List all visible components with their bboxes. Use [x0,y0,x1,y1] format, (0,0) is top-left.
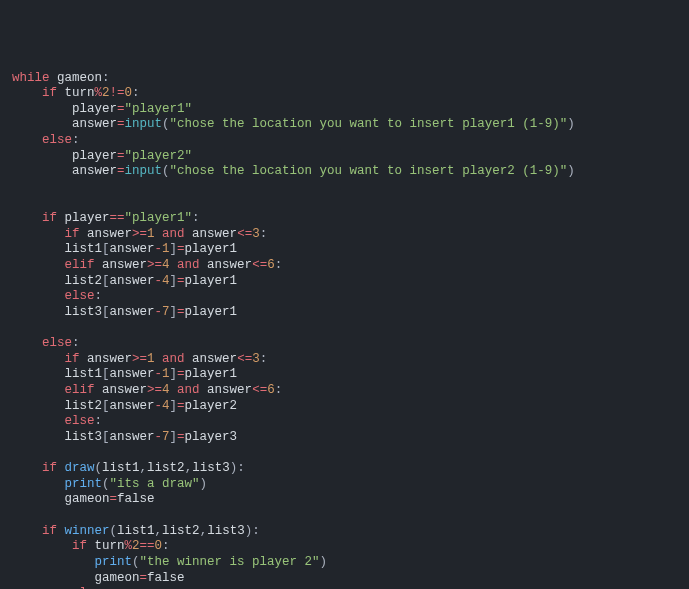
code-token: if [65,352,80,366]
code-token: [ [102,242,110,256]
code-token: answer [95,258,148,272]
code-token: - [155,399,163,413]
code-token: 4 [162,399,170,413]
code-token: answer [110,367,155,381]
code-token: answer [110,274,155,288]
code-token: ( [132,555,140,569]
code-token: false [147,571,185,585]
code-token: : [192,211,200,225]
code-token: : [95,289,103,303]
code-token: answer [110,430,155,444]
code-token: [ [102,430,110,444]
code-token [12,258,65,272]
code-token: ] [170,430,178,444]
code-token: - [155,274,163,288]
code-token: = [177,242,185,256]
code-token: if [42,524,57,538]
code-token: list1 [12,367,102,381]
code-token: ( [162,117,170,131]
code-line: list1[answer-1]=player1 [12,242,677,258]
code-token: ) [567,117,575,131]
code-token: answer [80,352,133,366]
code-line: answer=input("chose the location you wan… [12,117,677,133]
code-token: 0 [125,86,133,100]
code-token: , [200,524,208,538]
code-token: = [117,164,125,178]
code-token: player2 [185,399,238,413]
code-token: : [275,258,283,272]
code-token: : [72,336,80,350]
code-token: 4 [162,258,170,272]
code-line: while gameon: [12,71,677,87]
code-line: if turn%2!=0: [12,86,677,102]
code-line: else: [12,133,677,149]
code-line [12,446,677,462]
code-line: if answer>=1 and answer<=3: [12,227,677,243]
code-token: elif [65,258,95,272]
code-token: 1 [162,367,170,381]
code-token: "chose the location you want to insert p… [170,164,568,178]
code-token: player1 [185,274,238,288]
code-token: == [110,211,125,225]
code-line: if player=="player1": [12,211,677,227]
code-token: turn [87,539,125,553]
code-token: player [12,102,117,116]
code-token: <= [252,258,267,272]
code-token [12,211,42,225]
code-token [12,461,42,475]
code-token: else [42,133,72,147]
code-token: ) [567,164,575,178]
code-line: gameon=false [12,571,677,587]
code-token: : [252,524,260,538]
code-token: draw [65,461,95,475]
code-token: >= [132,227,147,241]
code-token: player [12,149,117,163]
code-token: winner [65,524,110,538]
code-token: list1 [12,242,102,256]
code-token: [ [102,399,110,413]
code-token: player3 [185,430,238,444]
code-token: list1 [117,524,155,538]
code-line: player="player2" [12,149,677,165]
code-line: list2[answer-4]=player1 [12,274,677,290]
code-token: , [185,461,193,475]
code-token: 7 [162,430,170,444]
code-token: "chose the location you want to insert p… [170,117,568,131]
code-token: = [117,102,125,116]
code-token: while [12,71,50,85]
code-token: "player1" [125,211,193,225]
code-token: player1 [185,367,238,381]
code-token [12,477,65,491]
code-line: print("the winner is player 2") [12,555,677,571]
code-token [12,352,65,366]
code-token: 0 [155,539,163,553]
code-token: : [162,539,170,553]
code-token: - [155,367,163,381]
code-token: list2 [12,399,102,413]
code-token: and [177,258,200,272]
code-token: = [177,274,185,288]
code-token: gameon [12,571,140,585]
code-line: print("its a draw") [12,477,677,493]
code-token: <= [252,383,267,397]
code-token: : [72,133,80,147]
code-token: 4 [162,274,170,288]
code-line [12,508,677,524]
code-token: answer [12,164,117,178]
code-line: else: [12,414,677,430]
code-token: and [162,352,185,366]
code-token: if [42,86,57,100]
code-block: while gameon: if turn%2!=0: player="play… [12,71,677,590]
code-token: 3 [252,352,260,366]
code-token: ) [200,477,208,491]
code-token: "player1" [125,102,193,116]
code-line: elif answer>=4 and answer<=6: [12,383,677,399]
code-token: = [177,399,185,413]
code-token [57,524,65,538]
code-token: : [102,71,110,85]
code-token [12,133,42,147]
code-token: = [110,492,118,506]
code-token: and [177,383,200,397]
code-token: answer [110,305,155,319]
code-token: answer [185,352,238,366]
